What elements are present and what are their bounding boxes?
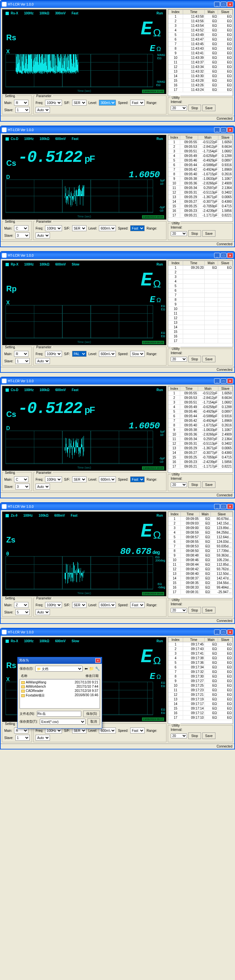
table-row[interactable]: 311:43:54EΩEΩ [169,24,233,28]
maximize-button[interactable]: □ [221,253,227,258]
date-column[interactable]: 修改日期 [85,674,99,678]
table-row[interactable]: 17 [169,339,233,344]
file-item[interactable]: CADReader2017/12/18 9:37 [21,689,99,693]
table-row[interactable]: 309:09:00EΩ123.89d… [169,526,233,530]
table-row[interactable]: 809:08:50EΩ17.739d… [169,549,233,553]
data-table[interactable]: IndexTimeMainSlave 109:09:05EΩ80.678d…20… [168,511,233,598]
interval-select[interactable]: 20 [171,482,187,487]
table-row[interactable]: 1211:43:34EΩEΩ [169,65,233,69]
table-row[interactable]: 211:43:56EΩEΩ [169,19,233,24]
table-row[interactable]: 1109:17:23EΩEΩ [169,688,233,692]
table-row[interactable]: 709:05:42-0.4924pF1.8969 [169,167,233,172]
table-row[interactable]: 609:05:44-0.5886pF0.9316 [169,163,233,167]
table-row[interactable]: 1709:05:21-1.1717pF0.8221 [169,465,233,469]
slave-select[interactable]: 3 [15,484,30,490]
column-header[interactable]: Time [180,135,198,140]
sf-select[interactable]: SER [72,100,87,106]
table-row[interactable]: 1209:17:21EΩEΩ [169,692,233,697]
table-row[interactable]: 811:43:43EΩEΩ [169,46,233,51]
column-header[interactable]: Main [205,10,218,14]
column-header[interactable]: Main [198,387,218,391]
table-row[interactable]: 1111:43:37EΩEΩ [169,60,233,65]
table-row[interactable]: 8 [169,298,233,302]
table-row[interactable]: 411:43:52EΩEΩ [169,28,233,33]
table-row[interactable]: 1709:05:21-1.1717pF0.8221 [169,213,233,218]
titlebar[interactable]: HT-LCR Ver 1.0.0 _ □ × [1,628,234,636]
table-row[interactable]: 1411:43:30EΩEΩ [169,74,233,78]
table-row[interactable]: 1511:43:28EΩEΩ [169,78,233,83]
filetype-select[interactable]: Excel(*.csv) [40,719,85,725]
stop-button[interactable]: Stop [188,481,201,488]
table-row[interactable]: 1311:43:32EΩEΩ [169,69,233,74]
main-select[interactable]: R [14,351,28,357]
minimize-button[interactable]: _ [214,127,220,132]
table-row[interactable]: 14 [169,325,233,329]
column-header[interactable]: Index [169,261,183,266]
column-header[interactable]: Main [205,261,218,266]
table-row[interactable]: 1509:08:35EΩ154.56d… [169,581,233,585]
table-row[interactable]: 1309:05:29-1.3671pF0.0065 [169,446,233,450]
column-header[interactable]: Index [169,387,180,391]
file-list[interactable]: AliWangWang2017/11/20 9:21AliWorkbench20… [20,679,100,709]
table-row[interactable]: 409:08:59EΩ84.258d… [169,530,233,535]
table-row[interactable]: 709:08:53EΩ93.035d… [169,544,233,549]
freq-select[interactable]: 100Hz [45,225,62,231]
table-row[interactable]: 909:05:38-1.0633pF1.1067 [169,177,233,181]
column-header[interactable]: Slave [211,512,233,517]
freq-select[interactable]: 100Hz [45,100,62,106]
table-row[interactable]: 1209:05:31-0.5113pF0.3402 [169,441,233,446]
speed-select[interactable]: Fast [130,100,145,106]
table-row[interactable]: 1609:17:12EΩEΩ [169,711,233,716]
table-row[interactable]: 209:05:53-2.8412pF8.6634 [169,145,233,149]
stop-button[interactable]: Stop [188,356,201,362]
table-row[interactable]: 1009:05:36-2.8266pF2.4909 [169,181,233,186]
save-button[interactable]: Save [202,732,216,739]
filename-input[interactable] [37,711,81,717]
save-button[interactable]: Save [202,105,216,111]
column-header[interactable]: Main [205,638,218,642]
table-row[interactable]: 1209:05:31-0.5113pF0.3402 [169,190,233,195]
table-row[interactable]: 1009:05:36-2.8266pF2.4909 [169,432,233,437]
table-row[interactable]: 709:05:42-0.4924pF1.8969 [169,418,233,423]
level-select[interactable]: 600mV [99,351,116,357]
interval-select[interactable]: 20 [171,357,187,362]
table-row[interactable]: 109:05:55-0.5122pF1.6050 [169,140,233,145]
titlebar[interactable]: HT-LCR Ver 1.0.0 _ □ × [1,1,234,8]
table-row[interactable]: 6 [169,288,233,293]
table-row[interactable]: 9 [169,302,233,307]
close-button[interactable]: × [227,253,233,258]
data-table[interactable]: IndexTimeMainSlave 109:17:45EΩEΩ209:17:4… [168,637,233,724]
data-table[interactable]: IndexTimeMainSlave 109:26:20EΩEΩ23456789… [168,260,233,347]
cancel-button[interactable]: 取消 [87,718,100,725]
table-row[interactable]: 909:08:48EΩ59.363d… [169,553,233,558]
range-select[interactable]: Auto [36,358,50,364]
table-row[interactable]: 1109:05:340.2597pF2.1364 [169,186,233,190]
close-button[interactable]: × [227,630,233,635]
minimize-button[interactable]: _ [214,378,220,383]
table-row[interactable]: 1709:08:31EΩ-25.947… [169,590,233,595]
main-select[interactable]: Z [14,602,28,608]
save-button[interactable]: Save [202,230,216,237]
table-row[interactable]: 111:43:58EΩEΩ [169,14,233,19]
save-button[interactable]: Save [202,481,216,488]
column-header[interactable]: Main [198,135,218,140]
close-button[interactable]: × [227,2,233,7]
table-row[interactable]: 911:43:41EΩEΩ [169,51,233,56]
speed-select[interactable]: Fast [130,476,145,482]
table-row[interactable]: 12 [169,316,233,320]
table-row[interactable]: 409:05:49-0.6258pF0.1288 [169,154,233,158]
table-row[interactable]: 1309:05:29-1.3671pF0.0065 [169,195,233,199]
file-item[interactable]: AliWangWang2017/11/20 9:21 [21,680,99,684]
stop-button[interactable]: Stop [188,230,201,237]
table-row[interactable]: 909:05:38-1.0633pF1.1067 [169,428,233,432]
column-header[interactable]: Index [169,10,183,14]
interval-select[interactable]: 20 [171,608,187,613]
table-row[interactable]: 209:17:43EΩEΩ [169,647,233,651]
table-row[interactable]: 1209:08:42EΩ93.762d… [169,567,233,571]
toolbar-icons[interactable]: ⬅ 📁 🔧 [85,667,100,671]
slave-select[interactable]: 3 [15,232,30,239]
table-row[interactable]: 1609:05:23-2.4239pF1.5856 [169,460,233,465]
table-row[interactable]: 15 [169,329,233,334]
table-row[interactable]: 209:09:03EΩ142.15d… [169,521,233,526]
table-row[interactable]: 1109:08:44EΩ112.85d… [169,562,233,567]
